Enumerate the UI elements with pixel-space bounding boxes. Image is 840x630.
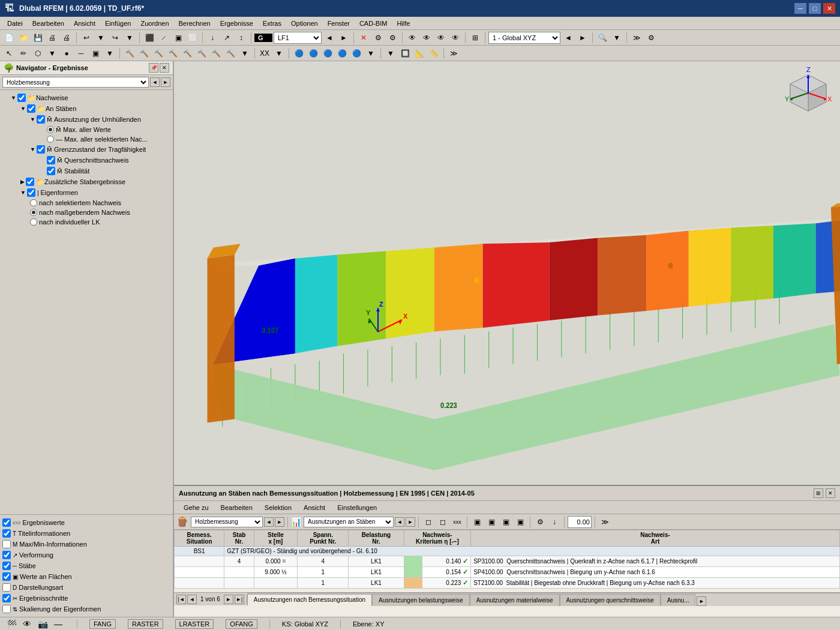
tb2-l8[interactable]: 🔨 [224, 47, 237, 60]
status-raster[interactable]: RASTER [128, 619, 163, 629]
tb2-m3[interactable]: 🔵 [321, 47, 334, 60]
radio-max-selected[interactable] [47, 136, 54, 143]
rm-bearbeiten[interactable]: Bearbeiten [216, 503, 257, 512]
tree-nach-individ[interactable]: nach individueller LK [1, 217, 172, 227]
nav-module-combo[interactable]: Holzbemessung [2, 77, 149, 88]
nav-module-prev[interactable]: ◄ [150, 77, 160, 87]
rt-module-combo[interactable]: Holzbemessung [191, 517, 263, 527]
results-float[interactable]: ⊞ [814, 488, 823, 498]
tb2-n1[interactable]: ▼ [384, 47, 397, 60]
tb2-l2[interactable]: 🔨 [137, 47, 151, 60]
menu-fenster[interactable]: Fenster [323, 19, 355, 28]
tb-loads3[interactable]: ↕ [235, 31, 248, 44]
tree-nach-selekt[interactable]: nach selektiertem Nachweis [1, 198, 172, 208]
tb2-m1[interactable]: 🔵 [292, 47, 305, 60]
tab-querschnittsweise[interactable]: Ausnutzungen querschnittsweise [560, 594, 661, 606]
status-icon2[interactable]: 👁 [20, 617, 34, 631]
tb2-m4[interactable]: 🔵 [335, 47, 349, 60]
viewport-3d[interactable]: 0.107 0.223 [174, 61, 840, 485]
minimize-btn[interactable]: ─ [794, 3, 806, 14]
tab-materialweise[interactable]: Ausnutzungen materialweise [470, 594, 560, 606]
tree-grenzzustand[interactable]: ▼ M̄ Grenzzustand der Tragfähigkeit [1, 144, 172, 155]
nav-pin[interactable]: 📌 [149, 63, 158, 73]
view-combo[interactable]: 1 - Global XYZ [488, 32, 560, 44]
nav-ergebnisschnitte[interactable]: ✂ Ergebnisschnitte [1, 593, 172, 604]
tb-eye2[interactable]: 👁 [420, 31, 433, 44]
nav-module-next[interactable]: ► [161, 77, 170, 87]
menu-zuordnen[interactable]: Zuordnen [136, 19, 173, 28]
tb2-pen[interactable]: ✏ [17, 47, 30, 60]
nav-close[interactable]: ✕ [160, 63, 169, 73]
nav-verformung[interactable]: ↗ Verformung [1, 550, 172, 560]
menu-ansicht[interactable]: Ansicht [69, 19, 100, 28]
tb-run[interactable]: ✕ [357, 31, 370, 44]
nav-skalierung[interactable]: ⇅ Skalierung der Eigenformen [1, 604, 172, 614]
tb-loads2[interactable]: ↗ [220, 31, 233, 44]
status-lraster[interactable]: LRASTER [175, 619, 214, 629]
tb-redo-arrow[interactable]: ▼ [123, 31, 136, 44]
rm-gehzu[interactable]: Gehe zu [179, 503, 214, 512]
tabs-scroll-right[interactable]: ► [697, 596, 706, 606]
menu-bearbeiten[interactable]: Bearbeiten [28, 19, 69, 28]
tb-solids[interactable]: ⬜ [186, 31, 199, 44]
tb-nodes[interactable]: ⬛ [143, 31, 156, 44]
radio-nach-individ[interactable] [30, 218, 37, 226]
tb-print[interactable]: 🖨 [60, 31, 73, 44]
nav-werte-flaechen[interactable]: ▣ Werte an Flächen [1, 571, 172, 582]
tb2-l3[interactable]: 🔨 [152, 47, 165, 60]
tb2-n2[interactable]: 🔲 [398, 47, 412, 60]
status-fang[interactable]: FANG [89, 619, 116, 629]
rt-module-prev[interactable]: ◄ [264, 517, 274, 527]
tab-bemessungssituation[interactable]: Ausnutzungen nach Bemessungssituation [247, 594, 372, 606]
menu-optionen[interactable]: Optionen [286, 19, 323, 28]
tb-save[interactable]: 💾 [31, 31, 44, 44]
status-icon4[interactable]: — [52, 617, 65, 631]
menu-ergebnisse[interactable]: Ergebnisse [215, 19, 258, 28]
lf-next[interactable]: ► [337, 31, 350, 44]
tb-more1[interactable]: ⚙ [386, 31, 399, 44]
tree-max-selected[interactable]: — Max. aller selektierten Nac... [1, 134, 172, 144]
tree-max-all[interactable]: M̄ Max. aller Werte [1, 125, 172, 134]
tree-nach-massgebend[interactable]: nach maßgebendem Nachweis [1, 208, 172, 217]
rt-t2[interactable]: ▣ [485, 515, 498, 529]
tb2-arrow[interactable]: ▼ [46, 47, 59, 60]
tree-querschnitt[interactable]: M̄ Querschnittsnachweis [1, 155, 172, 166]
rt-view-prev[interactable]: ◄ [395, 517, 404, 527]
tb2-node[interactable]: ● [60, 47, 73, 60]
rm-ansicht[interactable]: Ansicht [299, 503, 330, 512]
rt-value-input[interactable] [568, 516, 592, 528]
status-ofang[interactable]: OFANG [226, 619, 257, 629]
lf-combo[interactable]: LF1 [274, 32, 322, 44]
close-btn[interactable]: ✕ [823, 3, 835, 14]
rt-t4[interactable]: ▣ [514, 515, 527, 529]
page-prev[interactable]: ◄ [187, 595, 197, 604]
tree-ausnutzung-umh[interactable]: ▼ M̄ Ausnutzung der Umhüllenden [1, 114, 172, 125]
rt-t6[interactable]: ↓ [548, 515, 561, 529]
menu-hilfe[interactable]: Hilfe [392, 19, 415, 28]
rt-view-next[interactable]: ► [406, 517, 415, 527]
view-prev[interactable]: ◄ [562, 31, 575, 44]
tb2-more4[interactable]: ▼ [272, 47, 286, 60]
rt-xxx[interactable]: xxx [451, 515, 464, 529]
radio-nach-selekt[interactable] [30, 199, 37, 206]
tb-eye3[interactable]: 👁 [434, 31, 448, 44]
cb-an-staeben[interactable] [27, 104, 35, 113]
status-icon1[interactable]: 🏁 [5, 617, 18, 631]
rt-sel2[interactable]: ◻ [436, 515, 449, 529]
cb-querschnitt[interactable] [47, 156, 55, 164]
rm-selektion[interactable]: Selektion [260, 503, 296, 512]
tb2-surface[interactable]: ▣ [89, 47, 102, 60]
tb-undo-arrow[interactable]: ▼ [94, 31, 107, 44]
tb-eye1[interactable]: 👁 [406, 31, 419, 44]
page-last[interactable]: ►| [235, 595, 244, 604]
tb2-shape[interactable]: ⬡ [31, 47, 44, 60]
tb-eye4[interactable]: 👁 [449, 31, 462, 44]
tb-open[interactable]: 📁 [17, 31, 30, 44]
radio-max-all[interactable] [47, 126, 54, 133]
nav-titelinformationen[interactable]: T Titelinformationen [1, 528, 172, 539]
menu-einfuegen[interactable]: Einfügen [100, 19, 136, 28]
cb-grenzzustand[interactable] [37, 145, 45, 154]
status-icon3[interactable]: 📷 [36, 617, 49, 631]
tb2-n4[interactable]: 📏 [427, 47, 440, 60]
cube-nav-widget[interactable]: X Y Z [781, 66, 835, 120]
